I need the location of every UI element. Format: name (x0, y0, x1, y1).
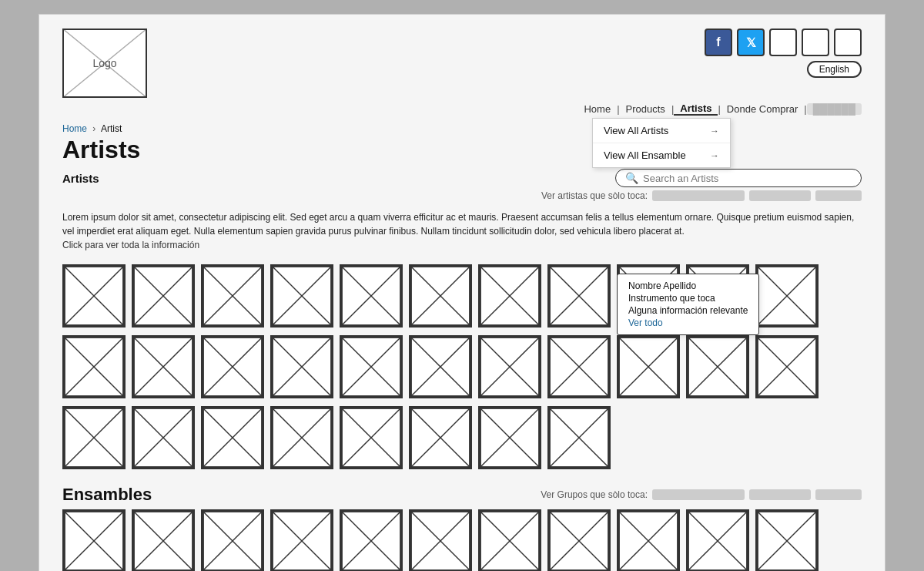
description-link[interactable]: Click para ver toda la información (62, 240, 199, 250)
nav-dropdown: View All Artists → View All Ensamble → (592, 118, 731, 168)
logo-label: Logo (92, 57, 116, 69)
artist-image-placeholder[interactable] (755, 509, 819, 571)
filter-row: Ver artistas que sòlo toca: (39, 190, 885, 201)
artist-image-placeholder[interactable] (617, 335, 680, 398)
artist-image-placeholder[interactable] (201, 264, 264, 327)
artist-image-placeholder[interactable] (201, 406, 264, 469)
artist-image-placeholder[interactable] (686, 335, 749, 398)
social-square3-icon[interactable] (834, 29, 862, 56)
ensamble-filter1[interactable] (652, 489, 745, 500)
artist-image-placeholder[interactable] (62, 509, 126, 571)
ensamble-filter2[interactable] (749, 489, 811, 500)
artist-image-placeholder[interactable] (755, 264, 819, 327)
nav-products[interactable]: Products (620, 103, 671, 115)
artist-image-placeholder[interactable] (132, 264, 195, 327)
nav-blurred[interactable]: ██████ (807, 103, 862, 115)
arrow-icon: → (710, 150, 719, 161)
artist-image-placeholder[interactable] (62, 264, 126, 327)
artist-image-placeholder[interactable] (409, 264, 472, 327)
artist-image-placeholder[interactable] (547, 406, 611, 469)
dropdown-view-all-artists[interactable]: View All Artists → (593, 119, 730, 143)
artist-image-placeholder[interactable] (340, 406, 403, 469)
artist-image-placeholder[interactable] (478, 335, 541, 398)
search-box: 🔍 (615, 169, 862, 187)
artist-image-placeholder[interactable] (686, 509, 749, 571)
artist-image-placeholder[interactable] (270, 509, 333, 571)
artist-image-placeholder[interactable] (132, 509, 195, 571)
artist-image-placeholder[interactable] (478, 509, 541, 571)
artist-image-placeholder[interactable] (132, 406, 195, 469)
artist-image-placeholder[interactable] (201, 509, 264, 571)
artist-image-placeholder[interactable] (62, 406, 126, 469)
page-wrapper: Logo f 𝕏 English Home | Products | Artis… (38, 14, 886, 571)
logo: Logo (62, 29, 147, 98)
artist-image-placeholder[interactable] (547, 509, 611, 571)
search-icon: 🔍 (625, 172, 638, 184)
header: Logo f 𝕏 English (39, 15, 885, 98)
artist-image-placeholder[interactable] (340, 335, 403, 398)
filter-label: Ver artistas que sòlo toca: (541, 190, 648, 201)
artist-image-placeholder[interactable] (270, 335, 333, 398)
artist-tooltip: Nombre Apellido Instrumento que toca Alg… (617, 274, 759, 335)
language-button[interactable]: English (807, 61, 862, 78)
social-square1-icon[interactable] (769, 29, 797, 56)
artist-image-placeholder[interactable] (478, 406, 541, 469)
nav-home[interactable]: Home (578, 103, 617, 115)
artist-image-placeholder[interactable] (270, 264, 333, 327)
ensamble-filter3[interactable] (815, 489, 862, 500)
artist-image-placeholder[interactable] (409, 335, 472, 398)
arrow-icon: → (710, 126, 719, 136)
breadcrumb-current: Artist (101, 123, 122, 134)
artist-image-placeholder[interactable] (409, 509, 472, 571)
filter-dropdown-placeholder[interactable] (652, 190, 745, 201)
filter-dropdown-placeholder3[interactable] (815, 190, 862, 201)
artist-image-placeholder[interactable] (62, 335, 126, 398)
artists-grid-row2 (39, 335, 885, 398)
facebook-icon[interactable]: f (705, 29, 732, 56)
nav-donde-comprar[interactable]: Donde Comprar (721, 103, 805, 115)
artists-grid-row3 (39, 406, 885, 469)
search-input[interactable] (643, 173, 852, 184)
artist-image-placeholder[interactable] (270, 406, 333, 469)
artists-grid-row1: Nombre Apellido Instrumento que toca Alg… (39, 264, 885, 327)
dropdown-view-all-ensamble[interactable]: View All Ensamble → (593, 143, 730, 167)
filter-dropdown-placeholder2[interactable] (749, 190, 811, 201)
artist-image-placeholder[interactable] (409, 406, 472, 469)
artist-image-placeholder[interactable] (132, 335, 195, 398)
header-right: f 𝕏 English (705, 29, 862, 78)
page-title: Artists (39, 136, 885, 164)
description-text: Lorem ipsum dolor sit amet, consectetur … (62, 212, 854, 237)
artist-image-placeholder[interactable]: Nombre Apellido Instrumento que toca Alg… (547, 264, 611, 327)
ver-grupos-label: Ver Grupos que sòlo toca: (541, 489, 648, 500)
artist-image-placeholder[interactable] (617, 509, 680, 571)
artist-image-placeholder[interactable] (478, 264, 541, 327)
artist-image-placeholder[interactable] (340, 509, 403, 571)
artist-image-placeholder[interactable] (201, 335, 264, 398)
artist-image-placeholder[interactable] (547, 335, 611, 398)
breadcrumb-home[interactable]: Home (62, 123, 87, 134)
nav-artists[interactable]: Artists (674, 102, 718, 116)
tooltip-ver-todo[interactable]: Ver todo (628, 317, 663, 328)
breadcrumb: Home › Artist (39, 116, 885, 136)
ensambles-section-header: Ensambles Ver Grupos que sòlo toca: (39, 477, 885, 509)
search-filter-row: Artists 🔍 (39, 169, 885, 187)
artists-section-label: Artists (62, 172, 99, 185)
twitter-icon[interactable]: 𝕏 (737, 29, 765, 56)
ensambles-grid-row1 (39, 509, 885, 571)
social-icons: f 𝕏 (705, 29, 862, 56)
ensambles-title: Ensambles (62, 485, 152, 505)
artist-image-placeholder[interactable] (340, 264, 403, 327)
ver-grupos-row: Ver Grupos que sòlo toca: (541, 489, 862, 500)
artist-image-placeholder[interactable] (755, 335, 819, 398)
social-square2-icon[interactable] (802, 29, 829, 56)
nav-bar: Home | Products | Artists | Donde Compra… (39, 98, 885, 116)
description: Lorem ipsum dolor sit amet, consectetur … (39, 206, 885, 257)
